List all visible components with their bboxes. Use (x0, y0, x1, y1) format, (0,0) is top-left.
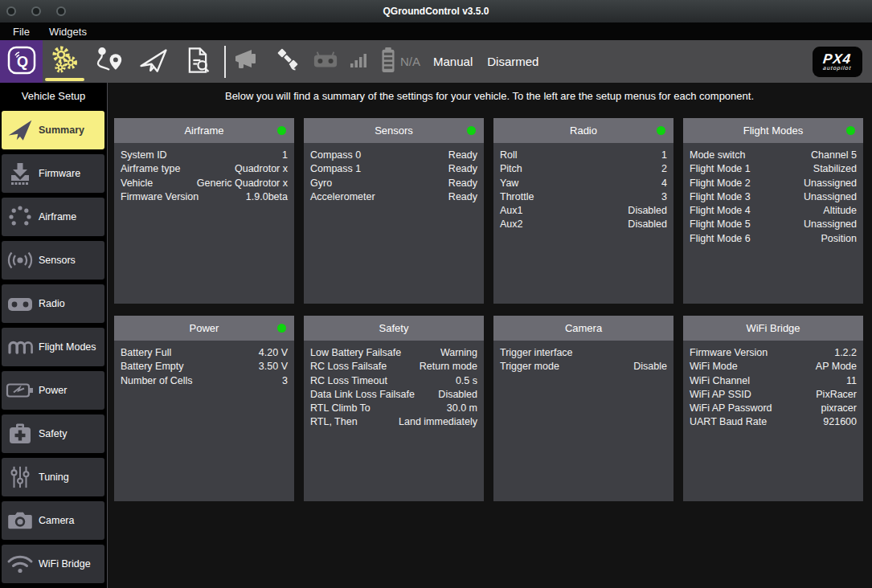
row-value: Stabilized (813, 162, 857, 176)
row-value: Disable (633, 360, 667, 374)
sidebar-item-summary[interactable]: Summary (2, 111, 104, 149)
row-label: Aux2 (500, 218, 523, 231)
card-title: Camera (565, 322, 602, 334)
plan-icon (95, 46, 124, 78)
sidebar-item-power[interactable]: Power (2, 371, 104, 410)
row-value: Ready (448, 177, 477, 190)
row-label: Flight Mode 3 (690, 190, 751, 204)
row-value: Unassigned (804, 177, 857, 190)
card-row: Roll1 (500, 149, 667, 162)
qgc-logo-icon: Q (6, 44, 38, 80)
window-control-button[interactable] (56, 6, 66, 16)
row-value: Warning (440, 346, 477, 360)
menu-file[interactable]: File (8, 25, 35, 39)
qgc-home-button[interactable]: Q (0, 40, 43, 83)
telemetry-status-indicator[interactable] (350, 52, 368, 71)
sidebar-item-label: Airframe (39, 211, 76, 223)
card-row: Pitch2 (500, 162, 667, 176)
sidebar-items: SummaryFirmwareAirframeSensorsRadioFligh… (2, 111, 104, 588)
fly-icon (138, 45, 169, 79)
row-value: 30.0 m (447, 402, 477, 415)
plan-button[interactable] (87, 40, 131, 83)
card-body: System ID1Airframe typeQuadrotor xVehicl… (114, 143, 294, 204)
card-row: Flight Mode 3Unassigned (690, 190, 857, 204)
sidebar-item-wifi-bridge[interactable]: WiFi Bridge (2, 545, 104, 583)
row-label: Flight Mode 4 (690, 204, 751, 218)
plane-solid-icon (2, 116, 39, 144)
megaphone-icon (234, 47, 263, 76)
rc-icon (313, 51, 338, 73)
row-label: Data Link Loss Failsafe (310, 388, 415, 402)
card-row: RTL Climb To30.0 m (310, 402, 477, 415)
gps-status-indicator[interactable] (275, 47, 301, 76)
row-label: Firmware Version (690, 346, 768, 360)
sidebar-item-sensors[interactable]: Sensors (2, 241, 104, 280)
row-label: Trigger mode (500, 360, 559, 374)
summary-cards: AirframeSystem ID1Airframe typeQuadrotor… (114, 118, 863, 501)
camera-icon (2, 509, 39, 532)
status-ok-dot (277, 324, 286, 333)
fly-button[interactable] (131, 40, 175, 83)
row-value: Ready (448, 162, 477, 176)
row-label: Compass 0 (310, 149, 361, 162)
card-header: Airframe (114, 118, 294, 143)
armed-state-indicator[interactable]: Disarmed (487, 55, 538, 68)
card-header: Safety (304, 316, 484, 341)
card-header: Power (114, 316, 294, 341)
toolbar-divider (224, 46, 226, 78)
sidebar-item-airframe[interactable]: Airframe (2, 198, 104, 236)
card-flight-modes: Flight ModesMode switchChannel 5Flight M… (683, 118, 863, 304)
card-row: Airframe typeQuadrotor x (121, 162, 288, 176)
flight-mode-selector[interactable]: Manual (433, 55, 473, 68)
card-row: Firmware Version1.9.0beta (121, 190, 288, 204)
row-label: RTL, Then (310, 415, 358, 429)
signal-bars-icon (350, 52, 368, 71)
status-ok-dot (467, 126, 476, 135)
vehicle-setup-button[interactable] (43, 40, 87, 83)
card-row: Yaw4 (500, 177, 667, 190)
sidebar-item-label: Firmware (39, 168, 80, 179)
card-body: Compass 0ReadyCompass 1ReadyGyroReadyAcc… (304, 143, 484, 204)
sidebar-item-firmware[interactable]: Firmware (2, 154, 104, 193)
row-label: Flight Mode 5 (690, 218, 751, 231)
battery-status-indicator[interactable]: N/A (380, 47, 420, 76)
card-airframe: AirframeSystem ID1Airframe typeQuadrotor… (114, 118, 294, 304)
card-row: Firmware Version1.2.2 (690, 346, 857, 360)
card-power: PowerBattery Full4.20 VBattery Empty3.50… (114, 316, 294, 501)
window-control-button[interactable] (31, 6, 41, 16)
messages-status-indicator[interactable] (234, 47, 263, 76)
menu-widgets[interactable]: Widgets (44, 25, 92, 39)
row-label: Battery Full (121, 346, 171, 360)
card-title: Safety (379, 322, 409, 334)
row-value: Ready (448, 190, 477, 204)
menu-bar: File Widgets (0, 22, 872, 40)
sidebar-item-camera[interactable]: Camera (2, 501, 104, 540)
sidebar-item-radio[interactable]: Radio (2, 284, 104, 323)
window-control-button[interactable] (6, 6, 16, 16)
row-label: RC Loss Timeout (310, 374, 387, 388)
sidebar-item-flight-modes[interactable]: Flight Modes (2, 328, 104, 366)
card-camera: CameraTrigger interfaceTrigger modeDisab… (493, 316, 673, 501)
card-wifi-bridge: WiFi BridgeFirmware Version1.2.2WiFi Mod… (683, 316, 863, 501)
card-row: Flight Mode 4Altitude (690, 204, 857, 218)
row-value: 4.20 V (259, 346, 288, 360)
card-row: WiFi AP Passwordpixracer (690, 402, 857, 415)
row-label: UART Baud Rate (690, 415, 767, 429)
card-body: Battery Full4.20 VBattery Empty3.50 VNum… (114, 341, 294, 388)
card-row: Number of Cells3 (121, 374, 288, 388)
toolbar-status-icons: N/A (234, 47, 420, 76)
sidebar-item-tuning[interactable]: Tuning (2, 458, 104, 496)
sidebar-item-label: Summary (39, 125, 84, 136)
card-title: Power (190, 322, 219, 334)
row-value: AP Mode (816, 360, 857, 374)
card-row: Flight Mode 6Position (690, 232, 857, 246)
analyze-button[interactable] (175, 40, 219, 83)
rc-status-indicator[interactable] (313, 51, 338, 73)
card-row: Aux1Disabled (500, 204, 667, 218)
card-row: Mode switchChannel 5 (690, 149, 857, 162)
card-row: GyroReady (310, 177, 477, 190)
card-row: Flight Mode 1Stabilized (690, 162, 857, 176)
row-value: Channel 5 (811, 149, 857, 162)
row-value: Land immediately (399, 415, 477, 429)
sidebar-item-safety[interactable]: Safety (2, 414, 104, 453)
